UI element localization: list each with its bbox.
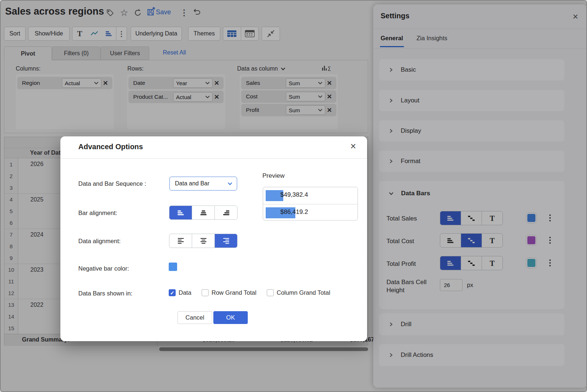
data-align-left-button[interactable] [169, 234, 192, 248]
bar-align-left-button[interactable] [169, 206, 192, 219]
sequence-label: Data and Bar Sequence : [78, 180, 146, 187]
cancel-label: Cancel [186, 314, 204, 321]
bar-align-right-button[interactable] [214, 206, 237, 219]
checkbox-unchecked-icon[interactable] [267, 289, 274, 296]
bar-alignment-label: Bar alignment: [78, 210, 117, 216]
align-center-icon [200, 238, 207, 244]
bars-left-icon [177, 210, 184, 216]
divider [60, 158, 367, 159]
checkbox-data[interactable]: ✓ Data [169, 289, 191, 296]
cancel-button[interactable]: Cancel [177, 311, 212, 324]
preview-row: $49,382.4 [263, 187, 358, 204]
align-right-icon [223, 238, 229, 244]
preview-box: $49,382.4 $86,419.2 [263, 187, 358, 220]
sequence-value: Data and Bar [175, 180, 209, 187]
preview-label: Preview [262, 172, 284, 180]
shown-in-label: Data Bars shown in: [78, 290, 132, 297]
bars-center-icon [200, 210, 207, 216]
sequence-select[interactable]: Data and Bar [169, 177, 237, 191]
chevron-down-icon [228, 182, 232, 185]
negative-bar-color-swatch[interactable] [169, 263, 177, 271]
checkbox-label: Row Grand Total [212, 289, 257, 296]
modal-close-icon[interactable]: × [350, 141, 356, 152]
checkbox-label: Data [179, 289, 191, 296]
preview-value: $86,419.2 [280, 208, 308, 216]
data-align-center-button[interactable] [192, 234, 214, 248]
app-window: Sales across regions ☆ * Save ⋮ Sort Sho… [0, 0, 587, 392]
negative-bar-color-label: Negative bar color: [78, 265, 129, 272]
data-alignment-toggle [169, 234, 238, 248]
bars-right-icon [223, 210, 230, 216]
preview-row: $86,419.2 [263, 204, 358, 220]
bar-align-center-button[interactable] [192, 206, 214, 219]
preview-value: $49,382.4 [280, 191, 308, 199]
advanced-options-modal: Advanced Options × Data and Bar Sequence… [60, 136, 367, 341]
ok-button[interactable]: OK [213, 311, 248, 324]
data-alignment-label: Data alignment: [78, 238, 121, 245]
data-align-right-button[interactable] [214, 234, 237, 248]
checkbox-row-grand-total[interactable]: Row Grand Total [202, 289, 257, 296]
checkbox-column-grand-total[interactable]: Column Grand Total [267, 289, 330, 296]
bar-alignment-toggle [169, 206, 238, 220]
checkbox-label: Column Grand Total [277, 289, 330, 296]
align-left-icon [177, 238, 184, 244]
checkbox-checked-icon[interactable]: ✓ [169, 289, 176, 296]
ok-label: OK [226, 314, 235, 321]
checkbox-unchecked-icon[interactable] [202, 289, 209, 296]
modal-title: Advanced Options [78, 143, 143, 151]
